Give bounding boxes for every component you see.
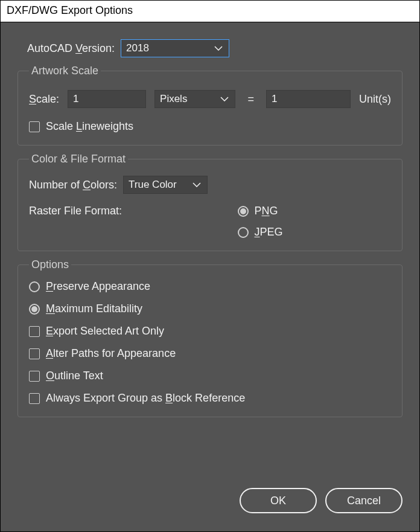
number-of-colors-row: Number of Colors: True Color — [29, 176, 391, 194]
autocad-version-value: 2018 — [126, 42, 149, 54]
autocad-version-row: AutoCAD Version: 2018 — [18, 39, 402, 57]
cancel-button[interactable]: Cancel — [325, 488, 402, 513]
options-fieldset: Options Preserve Appearance Maximum Edit… — [18, 264, 402, 417]
preserve-appearance-label: Preserve Appearance — [46, 280, 150, 293]
dialog-content: AutoCAD Version: 2018 Artwork Scale Scal… — [1, 22, 419, 531]
scale-lineweights-label: Scale Lineweights — [46, 120, 133, 133]
export-selected-label: Export Selected Art Only — [46, 325, 164, 338]
checkbox-box — [29, 393, 40, 404]
maximum-editability-label: Maximum Editability — [46, 303, 142, 315]
dialog-footer: OK Cancel — [240, 488, 402, 513]
checkbox-box — [29, 121, 40, 132]
alter-paths-label: Alter Paths for Appearance — [46, 347, 176, 360]
number-of-colors-label: Number of Colors: — [29, 179, 117, 191]
radio-dot — [238, 206, 249, 217]
maximum-editability-radio[interactable]: Maximum Editability — [29, 303, 391, 315]
chevron-down-icon — [220, 97, 229, 101]
scale-row: Scale: Pixels = Unit(s) — [29, 90, 391, 108]
scale-label: Scale: — [29, 93, 59, 106]
checkbox-box — [29, 371, 40, 382]
block-reference-checkbox[interactable]: Always Export Group as Block Reference — [29, 392, 391, 405]
radio-dot — [29, 281, 40, 292]
checkbox-box — [29, 326, 40, 337]
chevron-down-icon — [192, 182, 201, 187]
scale-lineweights-checkbox[interactable]: Scale Lineweights — [29, 120, 391, 133]
dialog: DXF/DWG Export Options AutoCAD Version: … — [0, 0, 420, 532]
outline-text-checkbox[interactable]: Outline Text — [29, 370, 391, 382]
number-of-colors-value: True Color — [129, 179, 177, 191]
autocad-version-label: AutoCAD Version: — [27, 42, 115, 55]
raster-jpeg-label: JPEG — [255, 226, 283, 239]
scale-units-value: Pixels — [160, 93, 187, 105]
options-legend: Options — [29, 258, 71, 271]
artwork-scale-legend: Artwork Scale — [29, 65, 101, 77]
artwork-scale-fieldset: Artwork Scale Scale: Pixels = Unit(s) Sc… — [18, 71, 402, 146]
outline-text-label: Outline Text — [46, 370, 103, 382]
radio-dot — [238, 227, 249, 238]
scale-input[interactable] — [68, 90, 146, 108]
raster-jpeg-radio[interactable]: JPEG — [238, 226, 392, 239]
units-input[interactable] — [266, 90, 351, 108]
color-file-format-fieldset: Color & File Format Number of Colors: Tr… — [18, 159, 402, 251]
alter-paths-checkbox[interactable]: Alter Paths for Appearance — [29, 347, 391, 360]
color-file-format-legend: Color & File Format — [29, 153, 128, 165]
export-selected-checkbox[interactable]: Export Selected Art Only — [29, 325, 391, 338]
block-reference-label: Always Export Group as Block Reference — [46, 392, 245, 405]
units-label: Unit(s) — [359, 93, 391, 106]
chevron-down-icon — [214, 46, 223, 51]
dialog-title: DXF/DWG Export Options — [1, 1, 419, 22]
raster-file-format-label: Raster File Format: — [29, 205, 231, 217]
raster-png-radio[interactable]: PNG — [238, 205, 392, 217]
scale-units-select[interactable]: Pixels — [154, 90, 235, 108]
checkbox-box — [29, 348, 40, 359]
number-of-colors-select[interactable]: True Color — [123, 176, 208, 194]
preserve-appearance-radio[interactable]: Preserve Appearance — [29, 280, 391, 293]
radio-dot — [29, 304, 40, 315]
ok-button[interactable]: OK — [240, 488, 317, 513]
raster-png-label: PNG — [255, 205, 278, 217]
equals-label: = — [244, 93, 258, 106]
autocad-version-select[interactable]: 2018 — [121, 39, 229, 57]
